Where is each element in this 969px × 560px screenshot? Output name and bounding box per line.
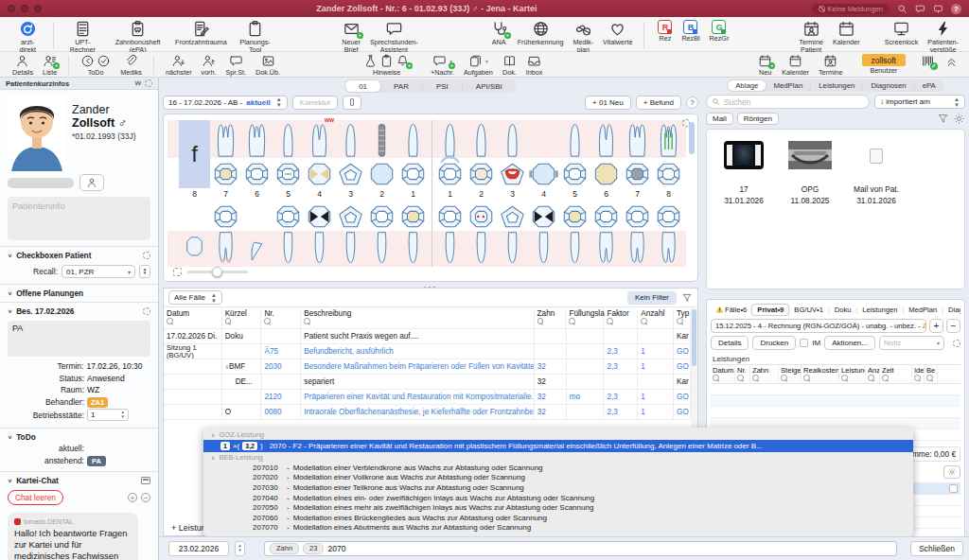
- toolbar-item-ana[interactable]: +ANA: [490, 20, 508, 46]
- search-icon[interactable]: [882, 375, 889, 381]
- tooth-root-upper[interactable]: [653, 120, 684, 158]
- tag-filter-mail[interactable]: Mail: [706, 113, 733, 125]
- toolbar-item-aufgaben[interactable]: ▾Aufgaben: [464, 54, 493, 77]
- toolbar-item-hinweise[interactable]: +Hinweise: [363, 54, 410, 77]
- tooth-crown-upper[interactable]: [241, 158, 273, 188]
- column-header-steige[interactable]: Steige: [779, 365, 802, 383]
- toolbar-item-benutzer[interactable]: zollsoftBenutzer: [862, 54, 906, 75]
- toolbar-item-upt-rechner[interactable]: UPT-Rechner: [64, 20, 100, 54]
- search-icon[interactable]: [752, 375, 759, 381]
- toolbar-item-arzt-direkt[interactable]: arzt-direkt: [14, 20, 42, 54]
- search-icon[interactable]: [304, 318, 310, 324]
- drucken-button[interactable]: Drucken: [752, 336, 796, 350]
- tooth-crown[interactable]: [304, 202, 335, 231]
- tooth-root[interactable]: [179, 231, 210, 267]
- tooth-crown-lower[interactable]: [304, 201, 335, 231]
- table-row[interactable]: O0080Intraorale Oberflächenanästhesie, j…: [164, 405, 691, 420]
- column-header-realkosten[interactable]: Realkosten: [802, 365, 839, 383]
- tooth-root-upper[interactable]: [304, 120, 335, 158]
- toolbar-item-barcode[interactable]: ✓: [921, 54, 935, 68]
- row-checkbox[interactable]: [949, 484, 958, 493]
- tooth-root[interactable]: [590, 231, 622, 267]
- tooth-root[interactable]: [210, 120, 241, 158]
- details-button[interactable]: Details: [711, 336, 749, 350]
- tooth-root[interactable]: [397, 120, 429, 158]
- ablage-tab-ablage[interactable]: Ablage: [728, 80, 766, 91]
- new-befund-button[interactable]: + Befund: [636, 96, 681, 110]
- toolbar-item-rez[interactable]: RRez: [658, 20, 672, 43]
- column-header-kürzel[interactable]: Kürzel: [222, 308, 262, 328]
- billing-tab-doku[interactable]: Doku: [830, 305, 856, 315]
- column-header-datum[interactable]: Datum: [711, 365, 735, 383]
- toolbar-item-todo[interactable]: ToDo: [80, 54, 111, 77]
- tooth-root[interactable]: [304, 120, 335, 158]
- column-header-ide[interactable]: Ide: [912, 365, 925, 383]
- tooth-crown-upper[interactable]: [304, 158, 335, 188]
- search-icon[interactable]: [225, 318, 232, 324]
- chat-bubble-icon[interactable]: [915, 4, 925, 14]
- toolbar-item-patienten-verstö-e[interactable]: Patienten- verstöße: [927, 20, 959, 54]
- help-icon[interactable]: ?: [951, 4, 961, 14]
- billing-tab-privat[interactable]: Privat•9: [751, 304, 789, 316]
- tooth-crown-upper[interactable]: [397, 158, 429, 188]
- search-icon[interactable]: [737, 375, 744, 381]
- tab-par[interactable]: PAR: [380, 80, 423, 92]
- suggestion-item-207070[interactable]: 207070-Modellation eines Abutments aus W…: [203, 523, 913, 534]
- tooth-crown-lower[interactable]: [210, 201, 241, 231]
- search-icon[interactable]: [841, 375, 848, 381]
- current-user-chip[interactable]: zollsoft: [862, 54, 906, 66]
- invoice-select[interactable]: 15.12.2025 - 4 - Rechnung (RGN-GOZ/GOÄ) …: [711, 319, 926, 333]
- tooth-root[interactable]: [434, 231, 466, 267]
- search-icon[interactable]: [607, 318, 613, 324]
- toolbar-item-chev2up[interactable]: [944, 54, 959, 68]
- tooth-root-lower[interactable]: [179, 231, 210, 267]
- suggestion-item-207060[interactable]: 207060-Modellation eines Brückengliedes …: [203, 513, 913, 523]
- tooth-root-lower[interactable]: [466, 231, 497, 267]
- tooth-crown[interactable]: [273, 160, 304, 188]
- toolbar-item-rezgr[interactable]: GRezGr: [710, 20, 730, 43]
- help-button[interactable]: ?: [686, 96, 698, 109]
- open-window-button[interactable]: [343, 96, 361, 110]
- tooth-root[interactable]: [273, 231, 304, 267]
- tooth-root-lower[interactable]: [622, 231, 653, 267]
- toolbar-item-neuer-brief[interactable]: +Neuer Brief: [342, 20, 361, 54]
- collapse-all-icon[interactable]: ∨∨: [134, 79, 140, 87]
- tooth-crown-upper[interactable]: [497, 158, 528, 188]
- tooth-root-upper[interactable]: [366, 120, 397, 158]
- messages-pill[interactable]: Keine Meldungen: [812, 4, 890, 14]
- tooth-crown-lower[interactable]: [366, 201, 397, 231]
- tooth-crown-lower[interactable]: [622, 201, 653, 231]
- tooth-root-lower[interactable]: [241, 231, 273, 267]
- tooth-root-upper[interactable]: [434, 120, 466, 158]
- notiz-input[interactable]: Notiz▾: [879, 336, 944, 350]
- search-icon[interactable]: [914, 375, 921, 381]
- tooth-crown-upper[interactable]: [528, 158, 559, 188]
- toolbar-item-nächster[interactable]: nächster: [166, 54, 192, 77]
- column-header-füllungsla[interactable]: Füllungsla: [566, 308, 604, 328]
- tooth-root[interactable]: [397, 231, 429, 267]
- tooth-root[interactable]: [241, 231, 273, 267]
- tooth-crown-lower[interactable]: [241, 201, 273, 231]
- tooth-crown[interactable]: [210, 202, 241, 231]
- column-header-anz[interactable]: Anz: [866, 365, 880, 383]
- tooth-root-upper[interactable]: [210, 120, 241, 158]
- section-planungen-title[interactable]: ∨Offene Planungen: [8, 289, 150, 298]
- tooth-root[interactable]: [528, 231, 559, 267]
- new-01-button[interactable]: + 01 Neu: [585, 96, 631, 110]
- patient-profile-button[interactable]: [79, 174, 104, 191]
- tooth-root[interactable]: [653, 231, 684, 267]
- tooth-crown-upper[interactable]: [210, 158, 241, 188]
- tooth-crown-upper[interactable]: [653, 158, 684, 188]
- betriebsstaette-stepper[interactable]: 1▲▼: [87, 409, 129, 421]
- tooth-root[interactable]: [653, 120, 684, 158]
- section-todo-title[interactable]: ∨ToDo: [8, 432, 150, 442]
- toolbar-item-sprechstunden-assistent[interactable]: Sprechstunden- Assistent: [370, 20, 418, 54]
- column-header-beschreibung[interactable]: Beschreibung: [301, 308, 534, 328]
- tooth-crown[interactable]: [466, 202, 497, 231]
- toolbar-item-planungs-tool[interactable]: Planungs-Tool: [237, 20, 274, 54]
- column-header-zahn[interactable]: Zahn: [535, 308, 567, 328]
- tooth-crown[interactable]: [528, 202, 559, 231]
- tooth-root-upper[interactable]: [335, 120, 366, 158]
- tooth-crown[interactable]: [304, 160, 335, 188]
- column-header-be[interactable]: Be: [925, 365, 938, 383]
